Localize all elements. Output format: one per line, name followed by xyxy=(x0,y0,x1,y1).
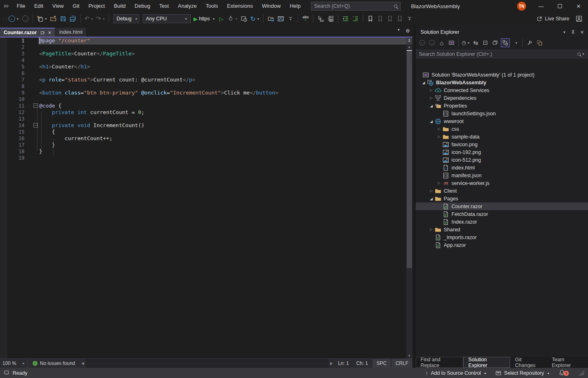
menu-file[interactable]: File xyxy=(12,0,30,12)
code-line-16[interactable]: 16 currentCount++; xyxy=(0,135,412,142)
close-button[interactable]: ✕ xyxy=(569,0,588,12)
panel-pin-icon[interactable]: ⊼ xyxy=(571,29,575,35)
restart-button[interactable]: ↻▼ xyxy=(249,14,260,24)
tree-collapsed-arrow-icon[interactable]: ▷ xyxy=(436,127,443,131)
editor-vertical-scrollbar[interactable]: ⇕ ▲ ▼ xyxy=(406,37,412,358)
tab-pin-icon[interactable] xyxy=(40,31,45,35)
code-line-17[interactable]: 17 } xyxy=(0,142,412,148)
next-bookmark-button[interactable] xyxy=(385,14,394,24)
menu-edit[interactable]: Edit xyxy=(30,0,48,12)
account-avatar[interactable]: TN xyxy=(517,2,526,11)
tree-expanded-arrow-icon[interactable]: ◢ xyxy=(428,197,435,201)
start-debugging-button[interactable]: ▶ https▼ xyxy=(193,14,216,24)
tree-item-manifest-json[interactable]: manifest.json xyxy=(416,171,588,179)
menu-git[interactable]: Git xyxy=(68,0,84,12)
column-indicator[interactable]: Ch: 1 xyxy=(352,360,372,366)
explorer-back-button[interactable]: ← xyxy=(418,38,426,47)
notifications-flag-icon[interactable] xyxy=(4,370,9,376)
panel-menu-dropdown[interactable]: ▼ xyxy=(563,31,566,34)
tree-item-icon-512-png[interactable]: icon-512.png xyxy=(416,156,588,164)
tree-item-counter-razor[interactable]: Counter.razor xyxy=(416,202,588,210)
editor-tab-index-html[interactable]: index.html xyxy=(55,28,86,37)
sync-namespaces-button[interactable]: ⇆ xyxy=(471,38,480,47)
tab-close-icon[interactable]: ✕ xyxy=(48,30,51,35)
code-line-14[interactable]: 14− private void IncrementCount() xyxy=(0,122,412,129)
find-in-files-button[interactable] xyxy=(266,14,275,24)
explorer-home-button[interactable]: ⌂ xyxy=(438,38,446,47)
tree-item-launchsettings-json[interactable]: launchSettings.json xyxy=(416,110,588,117)
browse-home-button[interactable] xyxy=(276,14,285,24)
menu-help[interactable]: Help xyxy=(285,0,305,12)
editor-horizontal-scrollbar[interactable]: ◀ ▶ xyxy=(80,359,335,368)
split-editor-handle[interactable]: ⇕ xyxy=(406,37,412,44)
maximize-button[interactable] xyxy=(551,0,569,12)
code-line-18[interactable]: 18} xyxy=(0,148,412,155)
save-button[interactable] xyxy=(59,14,68,24)
tree-item-sample-data[interactable]: ▷sample-data xyxy=(416,133,588,141)
tree-collapsed-arrow-icon[interactable]: ▷ xyxy=(436,181,443,185)
sync-dropdown[interactable]: ▼ xyxy=(511,38,520,47)
tool-window-tab-team-explorer[interactable]: Team Explorer xyxy=(547,357,588,368)
menu-build[interactable]: Build xyxy=(109,0,130,12)
code-line-2[interactable]: 2 xyxy=(0,44,412,51)
code-line-19[interactable]: 19 xyxy=(0,155,412,161)
editor-options-gear-icon[interactable]: ⚙ xyxy=(405,28,410,34)
toolbar-grip[interactable]: ⋮⋮⋮ xyxy=(2,17,6,20)
previous-bookmark-button[interactable] xyxy=(376,14,385,24)
code-line-10[interactable]: 10 xyxy=(0,96,412,103)
show-all-files-button[interactable] xyxy=(535,38,544,47)
tree-item-index-razor[interactable]: Index.razor xyxy=(416,218,588,226)
tree-collapsed-arrow-icon[interactable]: ▷ xyxy=(428,96,435,100)
code-line-4[interactable]: 4 xyxy=(0,57,412,64)
code-line-11[interactable]: 11−@code { xyxy=(0,103,412,109)
tree-collapsed-arrow-icon[interactable]: ▷ xyxy=(436,135,443,138)
code-line-6[interactable]: 6 xyxy=(0,70,412,77)
tree-item-wwwroot[interactable]: ◢wwwroot xyxy=(416,117,588,125)
format-indent-button[interactable] xyxy=(341,14,350,24)
minimize-button[interactable]: — xyxy=(532,0,551,12)
tree-item-solution-blazorwebassembly-1-of-1-project[interactable]: Solution 'BlazorWebAssembly' (1 of 1 pro… xyxy=(416,71,588,79)
redo-button[interactable]: ↷▼ xyxy=(95,14,106,24)
tree-item-imports-razor[interactable]: _Imports.razor xyxy=(416,233,588,241)
tree-item-properties[interactable]: ◢Properties xyxy=(416,102,588,110)
tool-window-tab-solution-explorer[interactable]: Solution Explorer xyxy=(463,357,510,368)
tree-item-blazorwebassembly[interactable]: ◢BlazorWebAssembly xyxy=(416,79,588,86)
comment-out-button[interactable] xyxy=(351,14,360,24)
tree-collapsed-arrow-icon[interactable]: ▷ xyxy=(428,189,435,193)
editor-tab-counter-razor[interactable]: Counter.razor✕ xyxy=(0,28,55,37)
vertical-scrollbar-thumb[interactable] xyxy=(407,51,412,268)
solution-search-input[interactable]: Search Solution Explorer (Ctrl+;) ▼ xyxy=(416,50,588,58)
bookmarks-overflow-button[interactable]: ▼ xyxy=(405,14,414,24)
code-editor[interactable]: 1@page "/counter"23<PageTitle>Counter</P… xyxy=(0,37,412,358)
document-health-indicator[interactable]: ✓ No issues found xyxy=(28,360,80,366)
tree-item-pages[interactable]: ◢Pages xyxy=(416,195,588,202)
tree-item-shared[interactable]: ▷Shared xyxy=(416,226,588,233)
scroll-right-arrow[interactable]: ▶ xyxy=(329,361,335,365)
tree-collapsed-arrow-icon[interactable]: ▷ xyxy=(428,88,435,92)
tree-expanded-arrow-icon[interactable]: ◢ xyxy=(428,119,435,123)
tree-item-client[interactable]: ▷Client xyxy=(416,187,588,195)
line-ending-indicator[interactable]: CRLF xyxy=(392,359,412,368)
code-line-5[interactable]: 5<h1>Counter</h1> xyxy=(0,64,412,70)
quick-search-input[interactable]: Search (Ctrl+Q) xyxy=(311,2,401,11)
tree-item-dependencies[interactable]: ▷Dependencies xyxy=(416,94,588,102)
search-options-dropdown[interactable]: ▼ xyxy=(582,53,585,55)
menu-view[interactable]: View xyxy=(48,0,68,12)
new-item-button[interactable]: ▼ xyxy=(36,14,48,24)
configuration-dropdown[interactable]: Debug▼ xyxy=(113,14,139,23)
resize-grip[interactable] xyxy=(579,370,584,376)
tree-expanded-arrow-icon[interactable]: ◢ xyxy=(428,104,435,108)
horizontal-scrollbar-track[interactable] xyxy=(86,359,329,368)
code-line-13[interactable]: 13 xyxy=(0,116,412,122)
menu-window[interactable]: Window xyxy=(258,0,285,12)
spell-checker-button[interactable]: abc✓ xyxy=(301,14,310,24)
code-line-3[interactable]: 3<PageTitle>Counter</PageTitle> xyxy=(0,51,412,57)
explorer-forward-button[interactable]: → xyxy=(428,38,436,47)
hot-reload-button[interactable]: ▼ xyxy=(227,14,239,24)
menu-extensions[interactable]: Extensions xyxy=(222,0,258,12)
pending-changes-filter-button[interactable]: ◷▼ xyxy=(462,38,470,47)
document-outline-button[interactable] xyxy=(326,14,335,24)
menu-project[interactable]: Project xyxy=(84,0,109,12)
clear-bookmarks-button[interactable] xyxy=(395,14,404,24)
sync-with-active-document-button[interactable] xyxy=(501,38,510,47)
